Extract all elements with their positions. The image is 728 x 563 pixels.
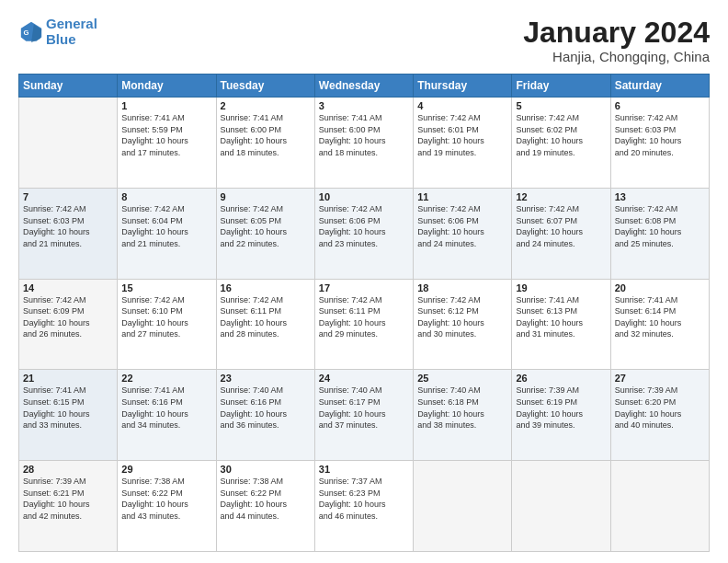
header: G General Blue January 2024 Hanjia, Chon… [18,17,710,64]
table-row: 4Sunrise: 7:42 AM Sunset: 6:01 PM Daylig… [414,98,512,189]
day-info: Sunrise: 7:41 AM Sunset: 6:14 PM Dayligh… [615,294,705,340]
month-title: January 2024 [523,17,710,49]
table-row [19,98,118,189]
day-info: Sunrise: 7:42 AM Sunset: 6:01 PM Dayligh… [417,112,507,158]
calendar-header-row: Sunday Monday Tuesday Wednesday Thursday… [19,75,710,98]
day-number: 24 [319,373,409,384]
table-row: 24Sunrise: 7:40 AM Sunset: 6:17 PM Dayli… [314,370,413,461]
table-row: 20Sunrise: 7:41 AM Sunset: 6:14 PM Dayli… [610,279,709,370]
day-number: 11 [417,191,507,202]
day-number: 3 [319,100,409,111]
table-row: 1Sunrise: 7:41 AM Sunset: 5:59 PM Daylig… [118,98,216,189]
table-row: 16Sunrise: 7:42 AM Sunset: 6:11 PM Dayli… [216,279,314,370]
table-row [414,461,512,552]
table-row: 30Sunrise: 7:38 AM Sunset: 6:22 PM Dayli… [216,461,314,552]
page: G General Blue January 2024 Hanjia, Chon… [0,0,728,563]
table-row: 12Sunrise: 7:42 AM Sunset: 6:07 PM Dayli… [512,188,610,279]
col-monday: Monday [118,75,216,98]
table-row: 13Sunrise: 7:42 AM Sunset: 6:08 PM Dayli… [610,188,709,279]
calendar-week-row: 28Sunrise: 7:39 AM Sunset: 6:21 PM Dayli… [19,461,710,552]
day-number: 15 [121,282,211,293]
day-number: 29 [121,464,211,475]
day-info: Sunrise: 7:41 AM Sunset: 5:59 PM Dayligh… [121,112,211,158]
table-row: 27Sunrise: 7:39 AM Sunset: 6:20 PM Dayli… [610,370,709,461]
day-number: 7 [23,191,113,202]
day-info: Sunrise: 7:42 AM Sunset: 6:11 PM Dayligh… [221,294,311,340]
day-info: Sunrise: 7:41 AM Sunset: 6:00 PM Dayligh… [221,112,311,158]
day-info: Sunrise: 7:41 AM Sunset: 6:16 PM Dayligh… [121,385,211,431]
day-number: 28 [23,464,113,475]
day-number: 22 [121,373,211,384]
table-row: 19Sunrise: 7:41 AM Sunset: 6:13 PM Dayli… [512,279,610,370]
day-number: 10 [319,191,409,202]
day-info: Sunrise: 7:42 AM Sunset: 6:09 PM Dayligh… [23,294,113,340]
day-info: Sunrise: 7:42 AM Sunset: 6:02 PM Dayligh… [516,112,606,158]
svg-text:G: G [24,28,29,36]
day-number: 12 [516,191,606,202]
day-info: Sunrise: 7:39 AM Sunset: 6:20 PM Dayligh… [615,385,705,431]
day-info: Sunrise: 7:40 AM Sunset: 6:18 PM Dayligh… [417,385,507,431]
table-row: 5Sunrise: 7:42 AM Sunset: 6:02 PM Daylig… [512,98,610,189]
day-info: Sunrise: 7:37 AM Sunset: 6:23 PM Dayligh… [319,476,409,522]
day-info: Sunrise: 7:42 AM Sunset: 6:07 PM Dayligh… [516,203,606,249]
day-info: Sunrise: 7:38 AM Sunset: 6:22 PM Dayligh… [221,476,311,522]
day-info: Sunrise: 7:42 AM Sunset: 6:10 PM Dayligh… [121,294,211,340]
table-row: 18Sunrise: 7:42 AM Sunset: 6:12 PM Dayli… [414,279,512,370]
day-info: Sunrise: 7:42 AM Sunset: 6:06 PM Dayligh… [319,203,409,249]
col-friday: Friday [512,75,610,98]
col-wednesday: Wednesday [314,75,413,98]
table-row: 22Sunrise: 7:41 AM Sunset: 6:16 PM Dayli… [118,370,216,461]
col-tuesday: Tuesday [216,75,314,98]
day-number: 2 [221,100,311,111]
title-block: January 2024 Hanjia, Chongqing, China [523,17,710,64]
logo-text: General Blue [46,17,97,47]
logo: G General Blue [18,17,97,47]
col-sunday: Sunday [19,75,118,98]
day-info: Sunrise: 7:39 AM Sunset: 6:21 PM Dayligh… [23,476,113,522]
day-info: Sunrise: 7:40 AM Sunset: 6:17 PM Dayligh… [319,385,409,431]
table-row: 25Sunrise: 7:40 AM Sunset: 6:18 PM Dayli… [414,370,512,461]
day-number: 6 [615,100,705,111]
day-info: Sunrise: 7:40 AM Sunset: 6:16 PM Dayligh… [221,385,311,431]
day-number: 20 [615,282,705,293]
day-info: Sunrise: 7:41 AM Sunset: 6:13 PM Dayligh… [516,294,606,340]
table-row: 23Sunrise: 7:40 AM Sunset: 6:16 PM Dayli… [216,370,314,461]
day-info: Sunrise: 7:42 AM Sunset: 6:08 PM Dayligh… [615,203,705,249]
calendar-week-row: 7Sunrise: 7:42 AM Sunset: 6:03 PM Daylig… [19,188,710,279]
logo-icon: G [18,19,44,45]
calendar-table: Sunday Monday Tuesday Wednesday Thursday… [18,74,710,552]
table-row [610,461,709,552]
day-info: Sunrise: 7:42 AM Sunset: 6:03 PM Dayligh… [615,112,705,158]
day-number: 21 [23,373,113,384]
location: Hanjia, Chongqing, China [523,49,710,64]
day-info: Sunrise: 7:42 AM Sunset: 6:03 PM Dayligh… [23,203,113,249]
day-number: 26 [516,373,606,384]
table-row: 11Sunrise: 7:42 AM Sunset: 6:06 PM Dayli… [414,188,512,279]
table-row: 14Sunrise: 7:42 AM Sunset: 6:09 PM Dayli… [19,279,118,370]
table-row: 26Sunrise: 7:39 AM Sunset: 6:19 PM Dayli… [512,370,610,461]
day-number: 13 [615,191,705,202]
table-row: 29Sunrise: 7:38 AM Sunset: 6:22 PM Dayli… [118,461,216,552]
day-number: 16 [221,282,311,293]
day-number: 4 [417,100,507,111]
day-number: 19 [516,282,606,293]
table-row: 6Sunrise: 7:42 AM Sunset: 6:03 PM Daylig… [610,98,709,189]
table-row: 21Sunrise: 7:41 AM Sunset: 6:15 PM Dayli… [19,370,118,461]
table-row: 15Sunrise: 7:42 AM Sunset: 6:10 PM Dayli… [118,279,216,370]
day-number: 9 [221,191,311,202]
day-info: Sunrise: 7:42 AM Sunset: 6:12 PM Dayligh… [417,294,507,340]
table-row: 31Sunrise: 7:37 AM Sunset: 6:23 PM Dayli… [314,461,413,552]
table-row: 10Sunrise: 7:42 AM Sunset: 6:06 PM Dayli… [314,188,413,279]
table-row: 9Sunrise: 7:42 AM Sunset: 6:05 PM Daylig… [216,188,314,279]
day-number: 14 [23,282,113,293]
col-thursday: Thursday [414,75,512,98]
table-row: 3Sunrise: 7:41 AM Sunset: 6:00 PM Daylig… [314,98,413,189]
day-info: Sunrise: 7:39 AM Sunset: 6:19 PM Dayligh… [516,385,606,431]
day-info: Sunrise: 7:41 AM Sunset: 6:00 PM Dayligh… [319,112,409,158]
table-row: 2Sunrise: 7:41 AM Sunset: 6:00 PM Daylig… [216,98,314,189]
table-row: 17Sunrise: 7:42 AM Sunset: 6:11 PM Dayli… [314,279,413,370]
table-row: 7Sunrise: 7:42 AM Sunset: 6:03 PM Daylig… [19,188,118,279]
day-number: 8 [121,191,211,202]
day-info: Sunrise: 7:42 AM Sunset: 6:05 PM Dayligh… [221,203,311,249]
day-number: 27 [615,373,705,384]
